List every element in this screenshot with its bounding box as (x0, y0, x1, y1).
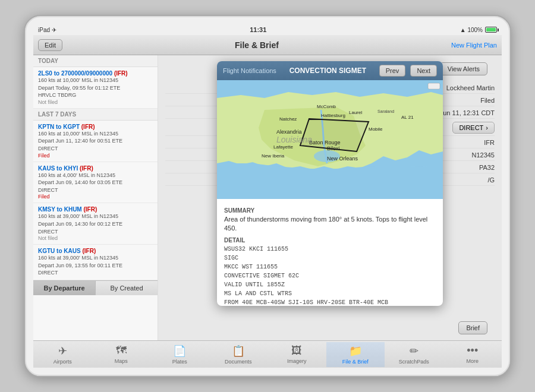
tab-documents-label: Documents (225, 359, 252, 365)
company-value: Lockheed Martin (446, 84, 495, 91)
plates-icon: 📄 (173, 344, 186, 358)
svg-text:Alexandria: Alexandria (276, 129, 302, 135)
svg-rect-17 (428, 83, 440, 89)
nav-title: File & Brief (235, 40, 279, 50)
file-brief-icon: 📁 (349, 344, 362, 358)
last7-header: LAST 7 DAYS (33, 109, 158, 121)
nav-bar: Edit File & Brief New Flight Plan (33, 35, 502, 55)
tab-airports[interactable]: ✈ Airports (33, 342, 92, 367)
documents-icon: 📋 (232, 344, 245, 358)
notification-title: CONVECTION SIGMET (281, 67, 374, 75)
sort-buttons: By Departure By Created (33, 280, 158, 295)
svg-text:Saraland: Saraland (377, 109, 394, 113)
sort-by-created-button[interactable]: By Created (95, 281, 158, 295)
sidebar: TODAY 2LS0 to 2700000/09000000 (IFR) 160… (33, 55, 158, 340)
list-item[interactable]: KGTU to KAUS (IFR) 160 kts at 39,000' MS… (33, 245, 158, 280)
battery-icon (485, 27, 497, 33)
svg-text:New Iberia: New Iberia (262, 153, 285, 159)
flight-route: KPTN to KGPT (IFR) (38, 124, 153, 130)
bottom-tab-bar: ✈ Airports 🗺 Maps 📄 Plates 📋 Documents 🖼… (33, 340, 502, 368)
flight-detail: 160 kts at 10,000' MSL in N12345 (38, 77, 153, 84)
list-item[interactable]: 2LS0 to 2700000/09000000 (IFR) 160 kts a… (33, 67, 158, 109)
tab-maps[interactable]: 🗺 Maps (92, 342, 151, 366)
tab-plates-label: Plates (172, 359, 187, 365)
status-right: ▲ 100% (460, 27, 497, 33)
suffix-value: /G (487, 176, 495, 184)
ipad-frame: iPad ✈ 11:31 ▲ 100% Edit File & Brief Ne… (24, 15, 511, 377)
notification-map[interactable]: Alexandria Natchez Hattiesburg Mobile Ba… (217, 80, 443, 199)
signal-label: ▲ 100% (460, 27, 483, 33)
svg-text:Laurel: Laurel (349, 110, 362, 115)
ipad-label: iPad ✈ (38, 27, 56, 33)
more-icon: ••• (467, 344, 478, 357)
notification-header: Flight Notifications CONVECTION SIGMET P… (217, 61, 443, 80)
summary-text: Area of thunderstorms moving from 180° a… (224, 215, 436, 233)
view-alerts-button[interactable]: View Alerts (440, 62, 487, 75)
tab-imagery-label: Imagery (287, 358, 307, 364)
tab-scratchpads-label: ScratchPads (399, 359, 429, 365)
flight-route: 2LS0 to 2700000/09000000 (IFR) (38, 70, 153, 77)
flight-status: Filed (38, 153, 153, 159)
tab-scratchpads[interactable]: ✏ ScratchPads (385, 342, 443, 367)
status-left: iPad ✈ (38, 27, 56, 33)
list-item[interactable]: KMSY to KHUM (IFR) 160 kts at 39,000' MS… (33, 203, 158, 245)
notification-body: SUMMARY Area of thunderstorms moving fro… (217, 199, 443, 306)
flight-status: Filed (38, 194, 153, 200)
flight-status: Not filed (38, 99, 153, 105)
brief-button[interactable]: Brief (458, 321, 487, 334)
svg-text:Hattiesburg: Hattiesburg (321, 113, 345, 118)
next-button[interactable]: Next (410, 65, 437, 77)
scratchpads-icon: ✏ (410, 344, 418, 358)
sort-by-departure-button[interactable]: By Departure (33, 281, 95, 295)
chevron-right-icon: › (486, 124, 488, 131)
airports-icon: ✈ (58, 344, 67, 358)
svg-text:Mobile: Mobile (369, 127, 383, 132)
imagery-icon: 🖼 (291, 344, 302, 357)
flight-status: Not filed (38, 235, 153, 241)
new-flight-plan-button[interactable]: New Flight Plan (451, 42, 497, 49)
right-panel: View Alerts Lockheed Martin Filed Jun 11… (158, 55, 502, 340)
flight-route: KAUS to KHYI (IFR) (38, 165, 153, 172)
prev-button[interactable]: Prev (379, 65, 406, 77)
list-item[interactable]: KPTN to KGPT (IFR) 160 kts at 10,000' MS… (33, 121, 158, 162)
svg-text:AL 21: AL 21 (401, 115, 414, 120)
date-value: Jun 11, 12:31 CDT (440, 109, 495, 116)
notification-header-label: Flight Notifications (223, 67, 276, 74)
tab-maps-label: Maps (115, 358, 128, 364)
svg-text:Baton Rouge: Baton Rouge (309, 140, 341, 146)
list-item[interactable]: KAUS to KHYI (IFR) 160 kts at 4,000' MSL… (33, 162, 158, 204)
main-content: TODAY 2LS0 to 2700000/09000000 (IFR) 160… (33, 55, 502, 340)
detail-text: WSUS32 KKCI 111655SIGCMKCC WST 111655CON… (224, 245, 436, 306)
aircraft-value: N12345 (471, 151, 495, 159)
svg-text:Biloxi: Biloxi (327, 146, 340, 151)
svg-text:Louisiana: Louisiana (276, 135, 312, 144)
status-time: 11:31 (250, 26, 266, 33)
tab-more[interactable]: ••• More (443, 342, 502, 366)
edit-button[interactable]: Edit (38, 39, 62, 51)
svg-text:McComb: McComb (317, 104, 336, 109)
notification-panel: Flight Notifications CONVECTION SIGMET P… (217, 61, 443, 306)
svg-text:Lafayette: Lafayette (273, 144, 293, 150)
battery-fill (486, 28, 496, 31)
route-button[interactable]: DIRECT › (452, 122, 495, 134)
today-header: TODAY (33, 55, 158, 67)
tab-file-brief-label: File & Brief (342, 359, 369, 365)
flight-route: KGTU to KAUS (IFR) (38, 248, 153, 254)
tab-plates[interactable]: 📄 Plates (150, 342, 209, 367)
summary-label: SUMMARY (224, 207, 436, 214)
detail-label: DETAIL (224, 237, 436, 244)
map-svg: Alexandria Natchez Hattiesburg Mobile Ba… (217, 80, 443, 199)
status-bar: iPad ✈ 11:31 ▲ 100% (33, 24, 502, 35)
route-value: DIRECT (459, 124, 483, 131)
tab-file-brief[interactable]: 📁 File & Brief (326, 342, 385, 367)
tab-more-label: More (466, 358, 479, 364)
flight-rules-value: IFR (484, 139, 495, 146)
aircraft-type-value: PA32 (479, 164, 495, 171)
status-value: Filed (480, 97, 495, 104)
tab-documents[interactable]: 📋 Documents (209, 342, 268, 367)
svg-text:New Orleans: New Orleans (327, 156, 358, 162)
flight-route-detail: HRVLC TBDRG (38, 91, 153, 99)
flight-depart: Depart Today, 09:55 for 01:12 ETE (38, 84, 153, 92)
flight-route: KMSY to KHUM (IFR) (38, 206, 153, 213)
tab-imagery[interactable]: 🖼 Imagery (268, 342, 326, 366)
